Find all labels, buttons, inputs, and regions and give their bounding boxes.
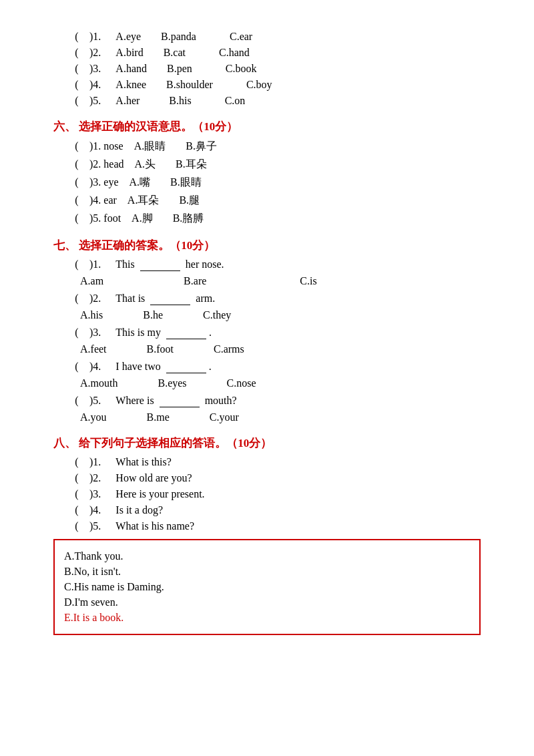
question-text: I have two . — [115, 361, 212, 373]
paren: ( — [67, 95, 87, 107]
paren: ( — [67, 488, 87, 500]
question-row: ( ) 1. nose A.眼睛 B.鼻子 — [53, 140, 481, 154]
option: C.boy — [246, 79, 272, 91]
option: A.her — [115, 95, 140, 107]
question-text: This her nose. — [115, 258, 224, 271]
question-row: ( ) 5. What is his name? — [53, 520, 481, 532]
paren: ( — [67, 361, 87, 373]
question-text: What is his name? — [115, 520, 194, 532]
answer-box: A.Thank you. B.No, it isn't. C.His name … — [53, 539, 481, 635]
paren: ( — [67, 504, 87, 516]
answer-box-line: A.Thank you. — [64, 550, 470, 562]
option: C.ear — [230, 31, 252, 43]
paren: ( — [67, 472, 87, 484]
paren: ( — [67, 327, 87, 339]
blank — [166, 361, 206, 373]
paren: ( — [67, 395, 87, 407]
question-row: ( ) 1. What is this? — [53, 456, 481, 468]
section8-title: 八、 给下列句子选择相应的答语。（10分） — [53, 435, 481, 451]
question-text: How old are you? — [115, 472, 192, 484]
blank — [160, 395, 200, 407]
question-row: ( ) 2. That is arm. — [53, 293, 481, 305]
option: B.are — [184, 275, 206, 287]
option: A.eye — [115, 31, 141, 43]
option: B.his — [169, 95, 191, 107]
option: A.knee — [115, 79, 146, 91]
question-row: ( ) 2. A.bird B.cat C.hand — [53, 47, 481, 59]
option: B.鼻子 — [186, 140, 217, 154]
question-row: ( ) 2. head A.头 B.耳朵 — [53, 158, 481, 172]
question-row: ( ) 3. A.hand B.pen C.book — [53, 63, 481, 75]
option: A.feet — [80, 343, 107, 355]
blank — [150, 293, 190, 305]
answer-options-row: A.his B.he C.they — [53, 309, 481, 321]
question-text: This is my . — [115, 327, 212, 339]
question-row: ( ) 4. Is it a dog? — [53, 504, 481, 516]
option: A.耳朵 — [127, 194, 160, 208]
answer-box-line: D.I'm seven. — [64, 596, 470, 608]
answer-box-line: B.No, it isn't. — [64, 566, 470, 578]
prev-questions-list: ( ) 1. A.eye B.panda C.ear ( ) 2. A.bird… — [53, 31, 481, 107]
answer-box-line-red: E.It is a book. — [64, 612, 470, 624]
option: B.foot — [147, 343, 174, 355]
option: A.his — [80, 309, 103, 321]
option: C.is — [300, 275, 316, 287]
option: B.耳朵 — [176, 158, 207, 172]
option: A.hand — [115, 63, 147, 75]
option: A.眼睛 — [134, 140, 166, 154]
paren: ( — [67, 63, 87, 75]
section6: 六、 选择正确的汉语意思。（10分） ( ) 1. nose A.眼睛 B.鼻子… — [53, 119, 481, 226]
question-row: ( ) 3. Here is your present. — [53, 488, 481, 500]
paren: ( — [67, 456, 87, 468]
option: B.胳膊 — [173, 212, 204, 226]
question-row: ( ) 4. A.knee B.shoulder C.boy — [53, 79, 481, 91]
option: C.nose — [227, 377, 256, 389]
option: B.cat — [164, 47, 186, 59]
option: B.eyes — [158, 377, 186, 389]
paren: ( — [67, 47, 87, 59]
paren: ( — [67, 176, 87, 188]
answer-options-row: A.you B.me C.your — [53, 411, 481, 423]
question-row: ( ) 4. ear A.耳朵 B.腿 — [53, 194, 481, 208]
paren: ( — [67, 520, 87, 532]
question-row: ( ) 1. A.eye B.panda C.ear — [53, 31, 481, 43]
question-row: ( ) 1. This her nose. — [53, 258, 481, 271]
question-row: ( ) 4. I have two . — [53, 361, 481, 373]
paren: ( — [67, 212, 87, 224]
answer-box-line: C.His name is Daming. — [64, 581, 470, 593]
question-text: What is this? — [115, 456, 172, 468]
option: A.脚 — [131, 212, 153, 226]
question-text: That is arm. — [115, 293, 215, 305]
question-row: ( ) 5. foot A.脚 B.胳膊 — [53, 212, 481, 226]
question-text: Here is your present. — [115, 488, 204, 500]
question-row: ( ) 2. How old are you? — [53, 472, 481, 484]
option: C.on — [225, 95, 246, 107]
paren: ( — [67, 79, 87, 91]
section8: 八、 给下列句子选择相应的答语。（10分） ( ) 1. What is thi… — [53, 435, 481, 635]
paren: ( — [67, 140, 87, 152]
section7: 七、 选择正确的答案。（10分） ( ) 1. This her nose. A… — [53, 238, 481, 423]
answer-options-row: A.feet B.foot C.arms — [53, 343, 481, 355]
option: B.shoulder — [166, 79, 213, 91]
option: C.your — [210, 411, 239, 423]
option: B.眼睛 — [170, 176, 202, 190]
paren: ( — [67, 258, 87, 270]
question-row: ( ) 3. This is my . — [53, 327, 481, 339]
paren: ( — [67, 194, 87, 206]
paren: ( — [67, 158, 87, 170]
option: B.腿 — [179, 194, 200, 208]
option: A.am — [80, 275, 103, 287]
section7-title: 七、 选择正确的答案。（10分） — [53, 238, 481, 253]
paren: ( — [67, 31, 87, 43]
option: B.he — [143, 309, 163, 321]
option: C.arms — [214, 343, 244, 355]
option: B.panda — [161, 31, 196, 43]
option: C.book — [226, 63, 257, 75]
question-text: Where is mouth? — [115, 395, 236, 407]
option: C.they — [203, 309, 231, 321]
question-row: ( ) 5. Where is mouth? — [53, 395, 481, 407]
option: C.hand — [219, 47, 250, 59]
option: A.bird — [115, 47, 143, 59]
option: B.me — [147, 411, 170, 423]
option: B.pen — [167, 63, 192, 75]
